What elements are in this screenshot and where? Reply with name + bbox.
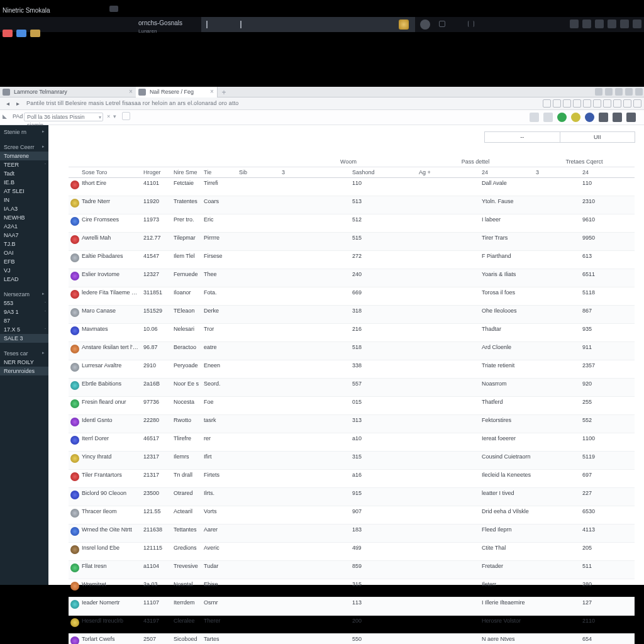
- sidebar-group-header[interactable]: Teses car▸: [0, 347, 48, 358]
- sidebar-item[interactable]: NER ROILY: [0, 358, 48, 367]
- taskbar-app-icon[interactable]: [30, 30, 40, 37]
- sidebar-group-header[interactable]: Stenie rn▸: [0, 125, 48, 136]
- toolbar-app-icon[interactable]: [613, 113, 622, 122]
- toolbar-app-icon[interactable]: [530, 113, 539, 122]
- urlbar-tool-icon[interactable]: [603, 99, 611, 108]
- sidebar-item[interactable]: NEWHB: [0, 213, 48, 222]
- sidebar-item[interactable]: NAA7: [0, 231, 48, 240]
- table-row[interactable]: Cire Fromsees11973Prer tro.Eric512I labe…: [69, 214, 635, 233]
- column-header-cell[interactable]: Hroger: [142, 167, 172, 177]
- sidebar-item[interactable]: VJ: [0, 266, 48, 275]
- table-row[interactable]: Identl Gsnto22280Rwottotasrk313Fektorsti…: [69, 415, 635, 433]
- tab-close-icon[interactable]: ×: [208, 88, 216, 96]
- home-gold-icon[interactable]: [399, 19, 409, 30]
- table-row[interactable]: Ebrtle Babitions2a16BNoor Ee sSeord.557N…: [69, 379, 635, 397]
- sidebar-item[interactable]: IA.A3: [0, 204, 48, 213]
- view-toggle-right[interactable]: UII: [560, 132, 635, 142]
- taskbar-app-icon[interactable]: [3, 30, 13, 37]
- url-text[interactable]: Pantile trist till Belesire masis Letrel…: [26, 100, 239, 106]
- column-header-cell[interactable]: Nire Sme: [172, 167, 202, 177]
- table-row[interactable]: Fresin fleard onur97736NocestaFoe015That…: [69, 397, 635, 415]
- sidebar-group-header[interactable]: Scree Ceerr▸: [0, 140, 48, 152]
- browser-tab[interactable]: Lammore Telmanrary×: [0, 87, 136, 97]
- urlbar-tool-icon[interactable]: [553, 99, 561, 108]
- chrome-action-icon[interactable]: [608, 19, 616, 28]
- mic-icon[interactable]: [439, 21, 445, 27]
- table-row[interactable]: Tadre Nterr11920TratentesCoars513Ytoln. …: [69, 196, 635, 214]
- chrome-action-icon[interactable]: [633, 19, 641, 28]
- table-row[interactable]: Insrel lond Ebe121115GredionsAveric4ti9C…: [69, 543, 635, 561]
- chrome-action-icon[interactable]: [582, 19, 591, 28]
- sidebar-item[interactable]: IE.B: [0, 178, 48, 187]
- column-header-cell[interactable]: 24: [480, 167, 534, 177]
- pause-icon[interactable]: [468, 21, 474, 27]
- table-row[interactable]: Iterrl Dorer46517Tlirefrerera10Iereat fo…: [69, 433, 635, 452]
- chrome-search-field[interactable]: [201, 17, 415, 32]
- column-header-cell[interactable]: Ag +: [417, 167, 480, 177]
- table-row[interactable]: Awrelli Mah212.77TilepmarPirrrre515Tirer…: [69, 233, 635, 251]
- sidebar-item[interactable]: EFB: [0, 257, 48, 266]
- tabstrip-tool-icon[interactable]: [605, 88, 613, 96]
- browser-tab[interactable]: Nail Resere / Feg bratdaroge×: [136, 87, 218, 97]
- sidebar-item[interactable]: TJ.B: [0, 240, 48, 248]
- new-tab-button[interactable]: +: [220, 88, 228, 96]
- toolbar-app-icon[interactable]: [543, 113, 553, 122]
- close-small-icon[interactable]: ×: [107, 113, 110, 119]
- chrome-action-icon[interactable]: [620, 19, 629, 28]
- column-header-cell[interactable]: 24: [580, 167, 635, 177]
- view-toggle-left[interactable]: --: [485, 132, 560, 142]
- column-header-cell[interactable]: 3: [534, 167, 580, 177]
- table-row[interactable]: Heserdl Itreuclrb43197CleraleeTherer200H…: [69, 616, 635, 634]
- tabstrip-tool-icon[interactable]: [625, 88, 633, 96]
- table-row[interactable]: Thracer Ileom121.55ActearilVorts907Drid …: [69, 506, 635, 525]
- column-header-cell[interactable]: Sose Toro: [80, 167, 142, 177]
- tabstrip-tool-icon[interactable]: [595, 88, 602, 96]
- sidebar-item[interactable]: 87: [0, 316, 48, 325]
- sidebar-item[interactable]: Tadt: [0, 169, 48, 178]
- table-row[interactable]: Biclord 90 Cleoon23500OtraredIlrts.915le…: [69, 488, 635, 506]
- taskbar-app-icon[interactable]: [16, 30, 26, 37]
- forward-button[interactable]: ▸: [14, 100, 21, 108]
- urlbar-tool-icon[interactable]: [633, 99, 641, 108]
- sidebar-item[interactable]: IN: [0, 196, 48, 204]
- sidebar-group-header[interactable]: Nersezam▸: [0, 287, 48, 299]
- urlbar-tool-icon[interactable]: [613, 99, 621, 108]
- urlbar-tool-icon[interactable]: [593, 99, 601, 108]
- sidebar-item[interactable]: OAI: [0, 248, 48, 257]
- urlbar-tool-icon[interactable]: [543, 99, 551, 108]
- sidebar-item[interactable]: TEER·: [0, 160, 48, 169]
- column-header-cell[interactable]: Tie: [202, 167, 237, 177]
- doc-icon[interactable]: [122, 112, 130, 120]
- table-row[interactable]: Wrned the Oite Ntrtt211638TettantesAarer…: [69, 525, 635, 543]
- urlbar-tool-icon[interactable]: [573, 99, 581, 108]
- sidebar-item[interactable]: 553·: [0, 299, 48, 308]
- urlbar-tool-icon[interactable]: [623, 99, 631, 108]
- table-row[interactable]: Ieader Nomertr11107IterrdemOsrnr113I Ill…: [69, 597, 635, 616]
- tabstrip-tool-icon[interactable]: [635, 88, 643, 96]
- chrome-action-icon[interactable]: [595, 19, 604, 28]
- toolbar-app-icon[interactable]: [599, 113, 608, 122]
- sidebar-item[interactable]: 9A3 1·: [0, 308, 48, 316]
- table-row[interactable]: Tiler Frantartors21317Tn drallFirtetsa16…: [69, 470, 635, 488]
- sidebar-item[interactable]: Tomarene: [0, 152, 48, 160]
- column-header-cell[interactable]: Sib: [237, 167, 280, 177]
- sidebar-item[interactable]: A2A1: [0, 222, 48, 231]
- back-button[interactable]: ◂: [4, 100, 11, 108]
- table-row[interactable]: Fllat Iresna1104TrevesiveTudar859Fretade…: [69, 561, 635, 579]
- sidebar-item[interactable]: SALE 3: [0, 334, 48, 343]
- bar2-dropdown[interactable]: Poll la 36 islates Pissin siamin: [24, 113, 103, 121]
- toolbar-app-icon[interactable]: [571, 113, 580, 122]
- tool-ptr-icon[interactable]: ◣: [3, 113, 7, 119]
- column-header-cell[interactable]: [69, 167, 80, 177]
- urlbar-tool-icon[interactable]: [563, 99, 571, 108]
- sidebar-item[interactable]: LEAD: [0, 275, 48, 284]
- table-row[interactable]: Anstare Iksilan tert l'rss96.87Beractooe…: [69, 342, 635, 360]
- table-row[interactable]: Ealtie Pibadares41547Ilem TlelFirsese272…: [69, 251, 635, 269]
- toolbar-app-icon[interactable]: [626, 113, 636, 122]
- table-row[interactable]: ledere Fita Tilaeme Tuar311851IloanorFot…: [69, 287, 635, 306]
- urlbar-tool-icon[interactable]: [583, 99, 591, 108]
- column-header-cell[interactable]: 3: [280, 167, 350, 177]
- grey-dot-icon[interactable]: [420, 19, 430, 30]
- tabstrip-tool-icon[interactable]: [615, 88, 623, 96]
- sidebar-item[interactable]: 17.X 5·: [0, 325, 48, 334]
